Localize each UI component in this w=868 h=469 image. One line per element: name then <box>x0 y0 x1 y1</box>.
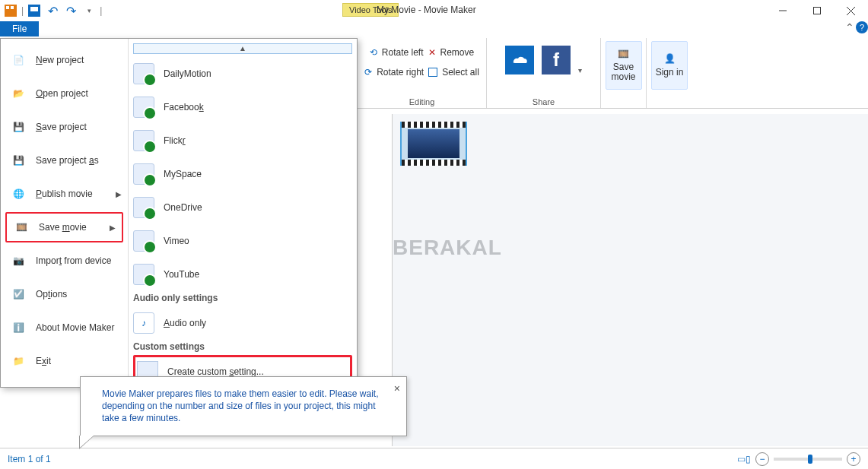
qat-separator: | <box>21 5 24 16</box>
submenu-header-audio: Audio only settings <box>133 293 352 303</box>
file-menu: 📄NNew projectew project 📂Open projectOpe… <box>0 38 358 388</box>
share-group: f ▾ Share <box>487 38 601 108</box>
folder-open-icon: 📂 <box>8 84 28 103</box>
help-icon[interactable]: ? <box>856 21 868 33</box>
share-dropdown-icon[interactable]: ▾ <box>578 66 582 74</box>
close-button[interactable] <box>834 0 868 21</box>
window-title: My Movie - Movie Maker <box>377 5 476 15</box>
submenu-facebook[interactable]: FacebookFacebook <box>133 90 352 124</box>
svg-rect-6 <box>813 8 820 14</box>
remove-button[interactable]: Remove <box>440 47 475 58</box>
redo-icon[interactable]: ↷ <box>63 3 78 18</box>
camera-icon: 📷 <box>8 251 28 271</box>
submenu-onedrive[interactable]: OneDrive <box>133 191 352 224</box>
rotate-right-icon: ⟳ <box>364 67 372 78</box>
menu-publish-movie[interactable]: 🌐Publish movie▶Publish movie <box>1 177 128 211</box>
menu-new-project[interactable]: 📄NNew projectew project <box>1 43 128 77</box>
save-icon[interactable] <box>27 3 42 18</box>
info-tooltip: × Movie Maker prepares files to make the… <box>80 376 407 436</box>
storyboard-pane[interactable]: BERAKAL <box>392 114 868 446</box>
submenu-arrow-icon: ▶ <box>110 223 116 232</box>
status-item-count: Item 1 of 1 <box>8 454 51 464</box>
film-icon: 🎞️ <box>11 217 31 237</box>
zoom-in-button[interactable]: + <box>847 452 860 466</box>
file-submenu: ▲ DailyMotion FacebookFacebook FlickrFli… <box>129 39 357 387</box>
info-icon: ℹ️ <box>8 318 28 337</box>
group-label: Share <box>487 97 600 106</box>
group-label: Editing <box>358 97 486 106</box>
menu-import-device[interactable]: 📷Import from deviceImport from device <box>1 244 128 277</box>
service-icon <box>133 163 154 185</box>
watermark-text: BERAKAL <box>393 236 502 260</box>
service-icon <box>133 63 154 84</box>
tooltip-close-button[interactable]: × <box>394 382 400 396</box>
onedrive-share-button[interactable] <box>505 46 534 74</box>
rotate-left-icon: ⟲ <box>370 47 377 58</box>
service-icon <box>133 97 154 118</box>
select-all-icon <box>428 68 437 77</box>
file-menu-left-column: 📄NNew projectew project 📂Open projectOpe… <box>1 39 129 387</box>
submenu-youtube[interactable]: YouTube <box>133 258 352 291</box>
file-tab[interactable]: File <box>0 21 39 36</box>
sign-in-button[interactable]: 👤 Sign in <box>651 41 688 90</box>
submenu-arrow-icon: ▶ <box>116 190 122 198</box>
menu-exit[interactable]: 📁ExitExit <box>1 344 128 378</box>
save-movie-button[interactable]: 🎞️ Save movie <box>606 41 642 90</box>
submenu-header-custom: Custom settings <box>133 341 352 352</box>
menu-save-project[interactable]: 💾Save projectSave project <box>1 110 128 144</box>
menu-open-project[interactable]: 📂Open projectOpen project <box>1 77 128 110</box>
rotate-right-button[interactable]: Rotate right <box>377 67 424 78</box>
svg-rect-2 <box>11 6 14 9</box>
submenu-dailymotion[interactable]: DailyMotion <box>133 57 352 90</box>
editing-group: ⟲Rotate left ✕Remove ⟳Rotate right Selec… <box>358 38 487 108</box>
music-note-icon: ♪ <box>133 312 154 334</box>
thumbnail-view-icon[interactable]: ▭▯ <box>737 454 751 464</box>
sign-in-label: Sign in <box>656 67 684 78</box>
select-all-button[interactable]: Select all <box>442 67 479 78</box>
menu-about[interactable]: ℹ️About Movie Maker <box>1 311 128 344</box>
tooltip-text: Movie Maker prepares files to make them … <box>102 388 379 423</box>
submenu-audio-only[interactable]: ♪Audio onlyAudio only <box>133 306 352 340</box>
qat-separator: | <box>100 5 102 16</box>
app-icon <box>3 3 18 18</box>
video-clip[interactable] <box>400 122 467 166</box>
ribbon-tabstrip: File <box>0 21 868 38</box>
status-bar: Item 1 of 1 ▭▯ − + <box>0 448 868 469</box>
rotate-left-button[interactable]: Rotate left <box>382 47 424 58</box>
submenu-vimeo[interactable]: Vimeo <box>133 224 352 258</box>
facebook-share-button[interactable]: f <box>542 46 571 74</box>
save-movie-group: 🎞️ Save movie <box>601 38 647 108</box>
collapse-ribbon-icon[interactable]: ⌃ <box>845 21 854 33</box>
folder-exit-icon: 📁 <box>8 351 28 371</box>
remove-icon: ✕ <box>428 47 436 58</box>
zoom-out-button[interactable]: − <box>755 452 769 466</box>
qat-custom-dropdown-icon[interactable]: ▾ <box>81 3 97 18</box>
globe-icon: 🌐 <box>8 184 28 204</box>
document-icon: 📄 <box>8 50 28 70</box>
service-icon <box>133 130 154 151</box>
submenu-myspace[interactable]: MySpace <box>133 157 352 191</box>
menu-save-project-as[interactable]: 💾Save project asSave project as <box>1 144 128 177</box>
minimize-button[interactable] <box>765 0 800 21</box>
save-icon: 💾 <box>8 117 28 137</box>
maximize-button[interactable] <box>800 0 834 21</box>
person-icon: 👤 <box>664 53 676 64</box>
service-icon <box>133 197 154 218</box>
svg-rect-4 <box>30 7 38 11</box>
save-as-icon: 💾 <box>8 151 28 170</box>
svg-rect-1 <box>6 6 9 9</box>
zoom-controls: ▭▯ − + <box>737 452 860 466</box>
undo-icon[interactable]: ↶ <box>45 3 60 18</box>
checklist-icon: ☑️ <box>8 284 28 304</box>
submenu-flickr[interactable]: FlickrFlickr <box>133 124 352 157</box>
signin-group: 👤 Sign in <box>647 38 692 108</box>
service-icon <box>133 264 154 285</box>
menu-options[interactable]: ☑️OptionsOptions <box>1 277 128 311</box>
menu-save-movie[interactable]: 🎞️Save movie▶Save movie <box>5 212 123 242</box>
submenu-scroll-up[interactable]: ▲ <box>133 43 352 54</box>
zoom-slider[interactable] <box>774 458 842 461</box>
service-icon <box>133 230 154 252</box>
titlebar: | ↶ ↷ ▾ | Video Tools My Movie - Movie M… <box>0 0 868 21</box>
film-reel-icon: 🎞️ <box>618 49 629 59</box>
save-movie-label: Save movie <box>606 62 641 82</box>
